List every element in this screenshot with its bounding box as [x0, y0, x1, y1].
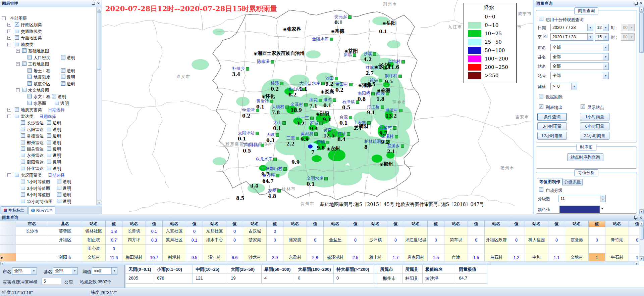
value-cell[interactable] — [548, 245, 565, 253]
threshold-combo[interactable]: >=0▼ — [550, 83, 577, 90]
transparent-checkbox[interactable] — [57, 199, 61, 203]
tree-checkbox[interactable] — [21, 166, 25, 170]
tree-expand-icon[interactable]: − — [2, 16, 6, 20]
tree-item-28[interactable]: 12小时等值图透明 — [0, 198, 97, 205]
buffer-radius-input[interactable]: 5 — [42, 278, 61, 285]
spin-up-icon[interactable]: ▲ — [600, 195, 605, 199]
row-selector[interactable] — [0, 245, 16, 253]
station-cell[interactable]: 青竹湖 — [605, 236, 629, 245]
tree-checkbox[interactable] — [21, 179, 25, 183]
tree-checkbox[interactable] — [21, 127, 25, 131]
chevron-down-icon[interactable]: ▼ — [603, 63, 608, 70]
to-date-checkbox[interactable] — [543, 34, 547, 38]
value-cell[interactable]: 1 — [629, 253, 639, 261]
transparent-checkbox[interactable] — [47, 133, 51, 138]
tree-checkbox[interactable] — [21, 120, 25, 125]
tree-checkbox[interactable] — [28, 75, 32, 79]
station-cell[interactable]: 牛石村 — [605, 253, 629, 261]
station-cell[interactable] — [525, 245, 548, 253]
transparent-checkbox[interactable] — [61, 55, 65, 59]
transparent-checkbox[interactable] — [47, 120, 51, 125]
tree-item-15[interactable]: −雷达类日期选择 — [0, 113, 97, 120]
tree-checkbox[interactable] — [22, 88, 26, 92]
tree-item-11[interactable]: −水文地质图 — [0, 87, 97, 93]
table-header-cell[interactable]: 站名 — [404, 221, 428, 227]
chevron-down-icon[interactable]: ▼ — [603, 72, 608, 79]
tree-checkbox[interactable] — [28, 55, 32, 59]
station-cell[interactable] — [565, 227, 589, 236]
value-cell[interactable]: 11.6 — [106, 253, 122, 261]
value-cell[interactable]: 6.6 — [226, 253, 243, 261]
station-cell[interactable] — [283, 227, 307, 236]
date-select-link[interactable]: 日期选择 — [48, 173, 65, 178]
transparent-checkbox[interactable] — [47, 160, 51, 164]
station-cell[interactable] — [243, 245, 267, 253]
table-header-cell[interactable]: 值 — [186, 221, 203, 227]
scroll-thumb[interactable] — [640, 226, 644, 240]
station-cell[interactable]: 田心港 — [82, 245, 106, 253]
tree-expand-icon[interactable]: − — [7, 115, 11, 118]
county-combo[interactable]: 全部▼ — [53, 267, 78, 274]
tree-item-1[interactable]: +行政区划类 — [0, 22, 97, 28]
tree-checkbox[interactable] — [21, 140, 25, 144]
tree-item-22[interactable]: 邵阳雷达透明 — [0, 159, 97, 165]
query-button-2[interactable]: 3小时雨量 — [537, 122, 567, 130]
color-value-swatch[interactable] — [559, 206, 600, 213]
tree-item-24[interactable]: −实况雨量类日期选择 — [0, 172, 97, 178]
scroll-thumb[interactable] — [97, 12, 101, 70]
value-cell[interactable] — [387, 227, 404, 236]
close-icon[interactable]: × — [640, 216, 642, 220]
table-header-cell[interactable]: 县名 — [48, 221, 82, 227]
value-cell[interactable]: 0 — [226, 227, 243, 236]
tree-item-26[interactable]: 3小时等值图透明 — [0, 185, 97, 192]
tree-checkbox[interactable] — [15, 173, 19, 177]
table-header-cell[interactable]: 站名 — [364, 221, 387, 227]
transparent-checkbox[interactable] — [57, 186, 61, 190]
auto-grade-checkbox[interactable] — [539, 187, 543, 192]
table-corner-cell[interactable] — [0, 221, 16, 227]
value-cell[interactable]: 2.5 — [347, 253, 364, 261]
station-cell[interactable]: 唐家园村 — [404, 253, 428, 261]
value-cell[interactable] — [589, 245, 605, 253]
county-cell[interactable]: 芙蓉区 — [48, 227, 82, 236]
value-cell[interactable]: 0 — [548, 236, 565, 245]
tree-item-21[interactable]: 永州雷达透明 — [0, 152, 97, 159]
tree-item-29[interactable]: 24小时等值图透明 — [0, 205, 97, 205]
value-cell[interactable]: 2.8 — [307, 253, 324, 261]
table-header-cell[interactable]: 站名 — [605, 221, 629, 227]
table-row[interactable]: 田心港0 — [0, 245, 639, 253]
hour-to-combo[interactable]: 15▼ — [595, 33, 609, 41]
tree-checkbox[interactable] — [15, 42, 19, 46]
station-cell[interactable] — [203, 245, 226, 253]
station-cell[interactable]: 东盈村 — [283, 253, 307, 261]
tree-expand-icon[interactable]: − — [7, 43, 11, 46]
station-cell[interactable]: 金盆丘 — [324, 236, 347, 245]
table-header-cell[interactable]: 值 — [226, 221, 243, 227]
value-cell[interactable]: 1.5 — [428, 253, 444, 261]
table-row[interactable]: 开福区朝正垸0.7四方坪0.3紫凤社区0.1排水中心0楚家湖0陈家渡0金盆丘0沙… — [0, 236, 639, 245]
county-cell[interactable]: 浏阳市 — [48, 253, 82, 261]
value-cell[interactable] — [468, 227, 485, 236]
tree-item-0[interactable]: −全部图层 — [0, 15, 97, 22]
city-combo[interactable]: 全部▼ — [12, 267, 37, 274]
table-header-cell[interactable]: 值 — [629, 221, 639, 227]
tree-checkbox[interactable] — [21, 199, 25, 203]
station-cell[interactable] — [444, 227, 468, 236]
value-cell[interactable]: 0.1 — [146, 227, 163, 236]
tree-checkbox[interactable] — [21, 160, 25, 164]
table-header-cell[interactable]: 站名 — [283, 221, 307, 227]
transparent-checkbox[interactable] — [47, 127, 51, 131]
value-cell[interactable] — [267, 245, 283, 253]
value-cell[interactable]: 1.8 — [106, 227, 122, 236]
tree-checkbox[interactable] — [28, 101, 32, 105]
tree-checkbox[interactable] — [15, 29, 19, 33]
value-cell[interactable]: 0 — [226, 236, 243, 245]
station-cell[interactable]: 科大佳园 — [525, 236, 548, 245]
station-cell[interactable]: 沙坪镇 — [364, 236, 387, 245]
value-cell[interactable]: 0 — [468, 236, 485, 245]
tab-military-plot[interactable]: 军标标绘 — [1, 206, 28, 214]
city-cell[interactable] — [16, 236, 48, 245]
station-cell[interactable] — [364, 227, 387, 236]
value-cell[interactable]: 1.1 — [548, 253, 565, 261]
chevron-down-icon[interactable]: ▼ — [111, 268, 117, 274]
